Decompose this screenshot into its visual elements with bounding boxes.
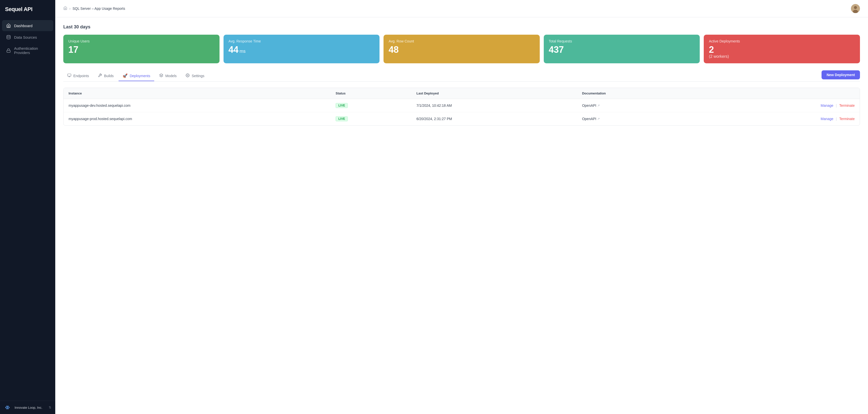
sidebar-item-label: Authentication Providers: [14, 46, 49, 55]
sidebar-item-data-sources[interactable]: Data Sources: [2, 32, 53, 43]
stat-card-response-time: Avg. Response Time 44ms: [223, 35, 380, 63]
new-deployment-button[interactable]: New Deployment: [822, 70, 860, 79]
stat-label-row-count: Avg. Row Count: [389, 39, 535, 43]
tab-endpoints-label: Endpoints: [73, 74, 89, 78]
stat-label-total-requests: Total Requests: [549, 39, 695, 43]
deployments-table: Instance Status Last Deployed Documentat…: [64, 88, 860, 125]
status-badge-2: LIVE: [336, 116, 348, 121]
tab-settings[interactable]: Settings: [182, 71, 209, 81]
breadcrumb-separator: ›: [69, 6, 70, 10]
doc-cell-1: OpenAPI ↗: [577, 99, 700, 112]
action-separator-1: |: [836, 104, 837, 108]
svg-rect-1: [7, 50, 10, 52]
stat-cards: Unique Users 17 Avg. Response Time 44ms …: [63, 35, 860, 63]
stat-value-total-requests: 437: [549, 45, 695, 54]
status-cell-2: LIVE: [331, 112, 411, 126]
company-name: Innovate Loop, Inc.: [14, 406, 46, 410]
actions-cell-2: Manage | Terminate: [700, 112, 860, 126]
avatar[interactable]: [851, 4, 860, 13]
tab-endpoints[interactable]: Endpoints: [63, 71, 93, 81]
sidebar-item-dashboard[interactable]: Dashboard: [2, 20, 53, 31]
terminate-button-2[interactable]: Terminate: [839, 117, 855, 121]
col-actions: [700, 88, 860, 99]
stat-card-row-count: Avg. Row Count 48: [383, 35, 540, 63]
tab-models-label: Models: [165, 74, 177, 78]
table-row: myappusage-dev.hosted.sequelapi.com LIVE…: [64, 99, 860, 112]
stat-value-unique-users: 17: [68, 45, 215, 54]
stat-label-active-deployments: Active Deployments: [709, 39, 855, 43]
sidebar-item-auth-providers[interactable]: Authentication Providers: [2, 43, 53, 58]
database-icon: [6, 35, 11, 40]
period-label: Last 30 days: [63, 24, 860, 30]
col-documentation: Documentation: [577, 88, 700, 99]
endpoints-icon: [67, 73, 71, 78]
content-area: Last 30 days Unique Users 17 Avg. Respon…: [55, 17, 868, 414]
tab-deployments-label: Deployments: [130, 74, 150, 78]
header: › SQL Server – App Usage Reports: [55, 0, 868, 17]
stat-card-active-deployments: Active Deployments 2 (2 workers): [704, 35, 860, 63]
last-deployed-cell-2: 6/20/2024, 2:31:27 PM: [411, 112, 577, 126]
tab-deployments[interactable]: 🚀 Deployments: [119, 71, 154, 81]
home-breadcrumb-icon[interactable]: [63, 6, 67, 11]
deployments-table-container: Instance Status Last Deployed Documentat…: [63, 88, 860, 126]
status-cell-1: LIVE: [331, 99, 411, 112]
manage-button-1[interactable]: Manage: [821, 104, 834, 108]
instance-cell-2: myappusage-prod.hosted.sequelapi.com: [64, 112, 331, 126]
stat-value-response-time: 44ms: [228, 45, 375, 54]
sidebar: Sequel API Dashboard Data Sources: [0, 0, 55, 414]
openapi-link-1[interactable]: OpenAPI ↗: [582, 104, 695, 108]
sidebar-nav: Dashboard Data Sources Authentication Pr…: [0, 18, 55, 401]
stat-workers: (2 workers): [709, 54, 855, 59]
sidebar-footer[interactable]: Innovate Loop, Inc. ⇅: [0, 401, 55, 414]
lock-icon: [6, 48, 11, 53]
col-status: Status: [331, 88, 411, 99]
actions-cell-1: Manage | Terminate: [700, 99, 860, 112]
stat-card-total-requests: Total Requests 437: [544, 35, 700, 63]
tabs-bar: Endpoints Builds 🚀 Deployments: [63, 70, 860, 82]
doc-cell-2: OpenAPI ↗: [577, 112, 700, 126]
svg-rect-7: [68, 74, 71, 76]
table-header-row: Instance Status Last Deployed Documentat…: [64, 88, 860, 99]
main-content: › SQL Server – App Usage Reports Last 30…: [55, 0, 868, 414]
stat-value-row-count: 48: [389, 45, 535, 54]
tab-models[interactable]: Models: [155, 71, 181, 81]
openapi-link-2[interactable]: OpenAPI ↗: [582, 117, 695, 121]
stat-value-active-deployments: 2: [709, 45, 855, 54]
openapi-label-1: OpenAPI: [582, 104, 596, 108]
svg-point-0: [7, 35, 10, 37]
deployments-icon: 🚀: [123, 73, 128, 78]
stat-card-unique-users: Unique Users 17: [63, 35, 219, 63]
stat-sub-ms: ms: [240, 49, 246, 54]
builds-icon: [98, 73, 102, 78]
terminate-button-1[interactable]: Terminate: [839, 104, 855, 108]
openapi-label-2: OpenAPI: [582, 117, 596, 121]
manage-button-2[interactable]: Manage: [821, 117, 834, 121]
chevron-updown-icon: ⇅: [49, 406, 51, 409]
sidebar-item-label: Dashboard: [14, 24, 32, 28]
svg-point-2: [5, 407, 6, 408]
status-badge-1: LIVE: [336, 103, 348, 108]
models-icon: [159, 73, 163, 78]
last-deployed-cell-1: 7/1/2024, 10:42:18 AM: [411, 99, 577, 112]
svg-marker-10: [159, 73, 163, 76]
external-link-icon-1: ↗: [597, 104, 600, 107]
table-row: myappusage-prod.hosted.sequelapi.com LIV…: [64, 112, 860, 126]
svg-point-3: [9, 407, 9, 408]
col-last-deployed: Last Deployed: [411, 88, 577, 99]
svg-point-11: [187, 75, 188, 76]
tab-builds-label: Builds: [104, 74, 114, 78]
home-icon: [6, 23, 11, 28]
external-link-icon-2: ↗: [597, 117, 600, 121]
tab-builds[interactable]: Builds: [94, 71, 118, 81]
stat-label-unique-users: Unique Users: [68, 39, 215, 43]
settings-icon: [186, 73, 190, 78]
col-instance: Instance: [64, 88, 331, 99]
tab-settings-label: Settings: [192, 74, 205, 78]
breadcrumb: › SQL Server – App Usage Reports: [63, 6, 125, 11]
app-title: Sequel API: [0, 0, 55, 18]
action-separator-2: |: [836, 117, 837, 121]
instance-cell-1: myappusage-dev.hosted.sequelapi.com: [64, 99, 331, 112]
sidebar-item-label: Data Sources: [14, 35, 37, 39]
svg-point-5: [854, 6, 857, 9]
company-logo: [4, 405, 12, 410]
